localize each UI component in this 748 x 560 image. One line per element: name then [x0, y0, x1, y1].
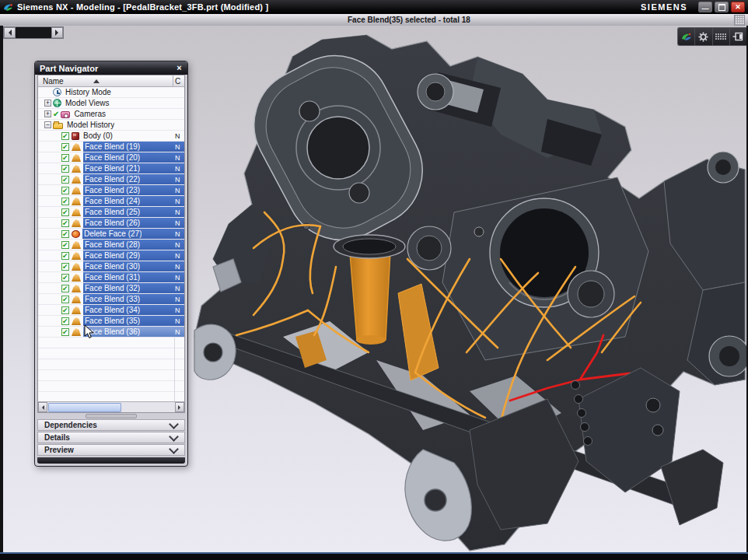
- tree-item[interactable]: Face Blend (25)N: [38, 207, 184, 218]
- tree-item[interactable]: Face Blend (20)N: [38, 152, 184, 163]
- close-button[interactable]: ✕: [731, 2, 745, 12]
- feature-label[interactable]: Face Blend (23): [85, 186, 140, 194]
- tree-item[interactable]: History Mode: [38, 87, 184, 98]
- scrollbar-track[interactable]: [16, 27, 51, 38]
- tree-item[interactable]: Face Blend (34)N: [38, 305, 184, 316]
- tree-item[interactable]: Face Blend (19)N: [38, 142, 184, 152]
- minimize-button[interactable]: —: [698, 2, 712, 12]
- feature-label[interactable]: Delete Face (27): [84, 229, 142, 238]
- tree-item[interactable]: Face Blend (26)N: [38, 218, 184, 229]
- section-preview[interactable]: Preview: [37, 444, 185, 456]
- tree-item[interactable]: Face Blend (30)N: [38, 261, 184, 272]
- chevron-down-icon[interactable]: [169, 432, 179, 442]
- tree-item[interactable]: Face Blend (35)N: [38, 316, 184, 327]
- feature-col2: N: [175, 187, 184, 194]
- feature-label[interactable]: History Mode: [65, 88, 111, 96]
- feature-checkbox[interactable]: [61, 285, 69, 292]
- expand-icon[interactable]: +: [44, 100, 51, 107]
- tree-item[interactable]: +✔Cameras: [38, 109, 184, 120]
- feature-label[interactable]: Model Views: [65, 99, 110, 107]
- feature-label[interactable]: Cameras: [74, 110, 106, 118]
- tree-item[interactable]: Face Blend (22)N: [38, 174, 184, 185]
- feature-checkbox[interactable]: [61, 230, 69, 238]
- feature-checkbox[interactable]: [61, 165, 69, 173]
- feature-label[interactable]: Face Blend (26): [85, 219, 140, 227]
- show-resource-bar-icon[interactable]: [730, 28, 746, 45]
- tree-item[interactable]: Delete Face (27)N: [38, 229, 184, 240]
- feature-checkbox[interactable]: [61, 241, 69, 249]
- feature-checkbox[interactable]: [61, 154, 69, 162]
- panel-splitter[interactable]: [37, 413, 185, 418]
- feature-checkbox[interactable]: [61, 306, 69, 314]
- tree-horizontal-scrollbar[interactable]: [38, 401, 184, 412]
- feature-checkbox[interactable]: [61, 143, 69, 151]
- scroll-left-icon[interactable]: [38, 402, 47, 412]
- chevron-down-icon[interactable]: [169, 419, 179, 429]
- feature-label[interactable]: Face Blend (33): [85, 295, 140, 303]
- feature-checkbox[interactable]: [61, 208, 69, 216]
- feature-checkbox[interactable]: [61, 176, 69, 184]
- gear-icon[interactable]: [695, 28, 712, 45]
- maximize-button[interactable]: [715, 2, 729, 12]
- feature-checkbox[interactable]: [61, 187, 69, 194]
- feature-label[interactable]: Face Blend (21): [85, 164, 140, 173]
- feature-checkbox[interactable]: [61, 219, 69, 227]
- section-dependencies[interactable]: Dependencies: [37, 419, 185, 431]
- feature-checkbox[interactable]: [61, 263, 69, 271]
- top-scrollbar[interactable]: [3, 26, 64, 39]
- feature-label[interactable]: Face Blend (34): [85, 306, 140, 314]
- feature-label[interactable]: Face Blend (25): [85, 208, 140, 216]
- tree-item[interactable]: Body (0)N: [38, 131, 184, 142]
- panel-close-icon[interactable]: ×: [174, 64, 184, 73]
- expand-icon[interactable]: +: [44, 110, 51, 117]
- dots-grid-icon[interactable]: [713, 28, 730, 45]
- column-c[interactable]: C: [173, 75, 184, 86]
- tree-item[interactable]: Face Blend (36)N: [38, 327, 184, 338]
- feature-label[interactable]: Face Blend (28): [85, 240, 140, 249]
- tree-item[interactable]: −Model History: [38, 120, 184, 131]
- feature-col2: N: [175, 317, 184, 325]
- feature-label[interactable]: Face Blend (20): [85, 153, 140, 162]
- scroll-left-icon[interactable]: [4, 27, 16, 38]
- feature-label[interactable]: Face Blend (19): [85, 142, 140, 151]
- collapse-icon[interactable]: −: [44, 121, 51, 128]
- display-role-icon[interactable]: [678, 28, 695, 45]
- feature-label[interactable]: Face Blend (29): [85, 251, 140, 260]
- window-title: Siemens NX - Modeling - [PedalBracket_3F…: [17, 2, 268, 12]
- feature-checkbox[interactable]: [61, 328, 69, 336]
- tree-item[interactable]: Face Blend (24)N: [38, 196, 184, 207]
- tree-item[interactable]: +Model Views: [38, 98, 184, 109]
- feature-label[interactable]: Face Blend (31): [85, 273, 140, 282]
- tree-item[interactable]: Face Blend (29)N: [38, 250, 184, 261]
- feature-checkbox[interactable]: [61, 317, 69, 325]
- tree-item[interactable]: Face Blend (33)N: [38, 294, 184, 305]
- scroll-right-icon[interactable]: [175, 402, 184, 412]
- feature-checkbox[interactable]: [61, 132, 69, 140]
- feature-tree[interactable]: History Mode+Model Views+✔Cameras−Model …: [38, 87, 184, 401]
- scrollbar-thumb[interactable]: [48, 403, 121, 412]
- feature-label[interactable]: Body (0): [83, 131, 113, 140]
- scroll-right-icon[interactable]: [51, 27, 63, 38]
- feature-label[interactable]: Face Blend (30): [85, 262, 140, 271]
- feature-label[interactable]: Face Blend (24): [85, 197, 140, 205]
- sort-ascending-icon[interactable]: [93, 79, 100, 83]
- tree-item[interactable]: Face Blend (31)N: [38, 272, 184, 283]
- feature-checkbox[interactable]: [61, 198, 69, 205]
- column-name[interactable]: Name: [43, 77, 64, 86]
- feature-label[interactable]: Face Blend (22): [85, 175, 140, 184]
- part-navigator-title-bar[interactable]: Part Navigator ×: [35, 61, 187, 75]
- feature-checkbox[interactable]: [61, 296, 69, 303]
- section-details[interactable]: Details: [37, 432, 185, 443]
- tree-item[interactable]: Face Blend (32)N: [38, 283, 184, 294]
- chevron-down-icon[interactable]: [169, 444, 179, 454]
- grid-toggle-icon[interactable]: [734, 15, 745, 26]
- feature-label[interactable]: Model History: [67, 121, 114, 129]
- feature-label[interactable]: Face Blend (32): [85, 284, 140, 292]
- feature-checkbox[interactable]: [61, 252, 69, 260]
- tree-item[interactable]: Face Blend (23)N: [38, 185, 184, 196]
- feature-col2: N: [175, 230, 184, 238]
- tree-item[interactable]: Face Blend (28)N: [38, 240, 184, 250]
- tree-column-header[interactable]: Name C: [38, 75, 184, 87]
- tree-item[interactable]: Face Blend (21)N: [38, 163, 184, 174]
- feature-checkbox[interactable]: [61, 274, 69, 282]
